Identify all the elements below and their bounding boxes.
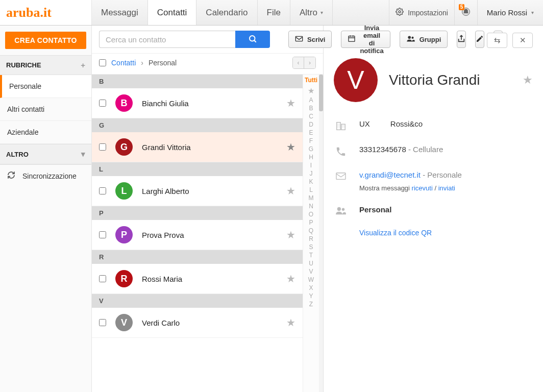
link-received[interactable]: ricevuti <box>412 184 433 192</box>
topbar: aruba.it Messaggi Contatti Calendario Fi… <box>0 0 543 26</box>
sidebar-addressbook-item[interactable]: Personale <box>0 75 91 98</box>
search-icon <box>248 34 257 45</box>
addressbooks-header: RUBRICHE + <box>0 55 91 75</box>
star-icon[interactable]: ★ <box>286 141 295 153</box>
detail-contact-name: Vittoria Grandi <box>389 72 511 88</box>
alpha-letter[interactable]: U <box>303 259 319 267</box>
section-header: B <box>92 75 303 88</box>
row-checkbox[interactable] <box>99 143 106 151</box>
contact-avatar: L <box>115 182 133 200</box>
alpha-letter[interactable]: I <box>303 161 319 169</box>
scrollbar[interactable] <box>319 75 323 392</box>
brand-logo: aruba.it <box>0 0 92 25</box>
star-icon[interactable]: ★ <box>286 316 295 329</box>
link-sent[interactable]: inviati <box>438 184 455 192</box>
pager-next[interactable]: › <box>304 57 315 68</box>
breadcrumb-root[interactable]: Contatti <box>111 59 136 67</box>
detail-company: Rossi&co <box>390 119 423 128</box>
alpha-letter[interactable]: B <box>303 104 319 112</box>
contact-row[interactable]: P Prova Prova ★ <box>92 220 303 250</box>
contact-row[interactable]: R Rossi Maria ★ <box>92 264 303 294</box>
contact-row[interactable]: B Bianchi Giulia ★ <box>92 88 303 118</box>
sidebar-item-sync[interactable]: Sincronizzazione <box>0 164 91 187</box>
swap-layout-button[interactable]: ⇆ <box>487 33 507 48</box>
star-icon[interactable]: ★ <box>286 97 295 109</box>
alpha-letter[interactable]: G <box>303 145 319 153</box>
contact-avatar: G <box>115 138 133 156</box>
sidebar-addressbook-item[interactable]: Altri contatti <box>0 98 91 121</box>
svg-rect-7 <box>337 122 340 130</box>
alpha-letter[interactable]: Z <box>303 300 319 308</box>
alpha-letter[interactable]: H <box>303 153 319 161</box>
settings-button[interactable]: Impostazioni <box>389 0 454 25</box>
row-checkbox[interactable] <box>99 319 106 326</box>
row-checkbox[interactable] <box>99 100 106 107</box>
tab-more[interactable]: Altro▾ <box>290 0 333 25</box>
alpha-letter[interactable]: J <box>303 169 319 178</box>
star-icon[interactable]: ★ <box>286 229 295 241</box>
contact-avatar: V <box>115 314 133 331</box>
detail-avatar: V <box>334 58 378 102</box>
alpha-letter[interactable]: X <box>303 284 319 292</box>
notification-badge: 5 <box>459 4 465 10</box>
swap-icon: ⇆ <box>494 36 501 45</box>
contact-name: Prova Prova <box>142 231 277 239</box>
contact-name: Verdi Carlo <box>142 318 277 327</box>
alpha-letter[interactable]: R <box>303 235 319 243</box>
search-button[interactable] <box>235 31 270 48</box>
view-qr-link[interactable]: Visualizza il codice QR <box>359 229 432 237</box>
star-icon[interactable]: ★ <box>286 273 295 285</box>
svg-point-10 <box>337 207 341 211</box>
notifications-button[interactable]: 5 <box>454 0 477 25</box>
alpha-letter[interactable]: A <box>303 96 319 104</box>
alpha-letter[interactable]: M <box>303 194 319 202</box>
sidebar-addressbook-item[interactable]: Aziendale <box>0 121 91 144</box>
create-contact-button[interactable]: CREA CONTATTO <box>5 32 86 49</box>
user-menu[interactable]: Mario Rossi▾ <box>477 0 543 25</box>
row-checkbox[interactable] <box>99 231 106 238</box>
favorite-star[interactable]: ★ <box>523 74 533 87</box>
alpha-star[interactable]: ★ <box>303 86 319 96</box>
alpha-letter[interactable]: N <box>303 202 319 210</box>
alpha-letter[interactable]: P <box>303 218 319 227</box>
tab-calendar[interactable]: Calendario <box>196 0 257 25</box>
gear-icon <box>396 8 404 17</box>
add-addressbook-icon[interactable]: + <box>81 61 85 69</box>
alpha-letter[interactable]: O <box>303 210 319 218</box>
contact-list[interactable]: B B Bianchi Giulia ★G G Grandi Vittoria … <box>92 75 303 392</box>
svg-rect-9 <box>336 173 345 180</box>
svg-rect-3 <box>295 36 302 41</box>
star-icon[interactable]: ★ <box>286 185 295 197</box>
alpha-all[interactable]: Tutti <box>303 75 319 86</box>
contact-row[interactable]: G Grandi Vittoria ★ <box>92 132 303 162</box>
tab-messages[interactable]: Messaggi <box>92 0 148 25</box>
search-input[interactable] <box>99 31 235 48</box>
contact-row[interactable]: L Larghi Alberto ★ <box>92 176 303 206</box>
alpha-letter[interactable]: Q <box>303 227 319 235</box>
alpha-letter[interactable]: K <box>303 178 319 186</box>
pager-prev[interactable]: ‹ <box>293 57 304 68</box>
detail-email[interactable]: v.grandi@tecnet.it <box>359 170 421 179</box>
close-detail-button[interactable]: ✕ <box>512 33 533 48</box>
row-checkbox[interactable] <box>99 187 106 194</box>
row-checkbox[interactable] <box>99 275 106 282</box>
alpha-letter[interactable]: S <box>303 243 319 251</box>
alpha-letter[interactable]: D <box>303 120 319 129</box>
tab-contacts[interactable]: Contatti <box>148 0 197 25</box>
alpha-letter[interactable]: C <box>303 112 319 120</box>
svg-point-2 <box>250 36 255 41</box>
alpha-letter[interactable]: Y <box>303 292 319 300</box>
other-header[interactable]: ALTRO ▾ <box>0 144 91 164</box>
section-header: P <box>92 206 303 220</box>
section-header: G <box>92 118 303 132</box>
alpha-letter[interactable]: V <box>303 267 319 276</box>
alpha-letter[interactable]: L <box>303 186 319 194</box>
tab-files[interactable]: File <box>258 0 290 25</box>
alpha-letter[interactable]: W <box>303 276 319 284</box>
alpha-letter[interactable]: E <box>303 129 319 137</box>
contact-avatar: R <box>115 270 133 287</box>
select-all-checkbox[interactable] <box>99 59 106 66</box>
alpha-letter[interactable]: T <box>303 251 319 259</box>
contact-row[interactable]: V Verdi Carlo ★ <box>92 308 303 338</box>
alpha-letter[interactable]: F <box>303 137 319 145</box>
